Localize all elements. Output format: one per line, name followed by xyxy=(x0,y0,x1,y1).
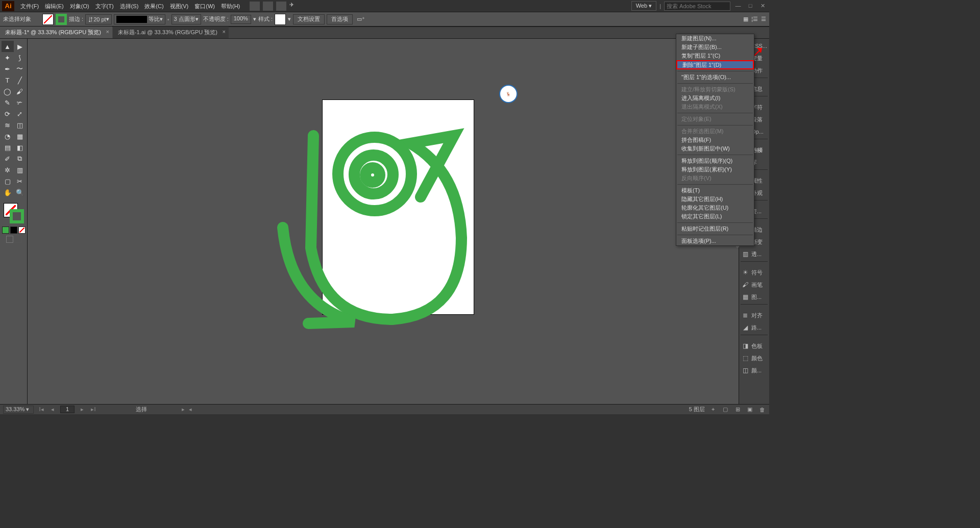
lasso-tool[interactable]: ⟆ xyxy=(14,52,26,63)
menu-item-19[interactable]: 粘贴时记住图层(R) xyxy=(676,224,754,233)
prev-artboard-button[interactable]: ◂ xyxy=(49,406,56,413)
document-tab-1[interactable]: 未标题-1.ai @ 33.33% (RGB/GPU 预览)× xyxy=(113,27,229,38)
vw-profile[interactable]: 等比 ▾ xyxy=(114,14,165,24)
dock-panel-路[interactable]: ◢路... xyxy=(739,321,769,334)
line-tool[interactable]: ╱ xyxy=(14,74,26,86)
menu-item-8[interactable]: 帮助(H) xyxy=(218,1,243,12)
opacity-field[interactable]: 100% xyxy=(231,15,251,24)
eyedropper-tool[interactable]: ✐ xyxy=(2,153,14,164)
stroke-weight-field[interactable]: ⮃ 20 pt ▾ xyxy=(85,14,111,24)
menu-item-1[interactable]: 编辑(E) xyxy=(42,1,67,12)
width-tool[interactable]: ≋ xyxy=(2,119,14,131)
document-tab-0[interactable]: 未标题-1* @ 33.33% (RGB/GPU 预览)× xyxy=(0,27,112,38)
none-mode-icon[interactable] xyxy=(18,227,26,234)
menu-item-6[interactable]: 进入隔离模式(I) xyxy=(676,94,754,103)
search-stock-input[interactable]: 搜索 Adobe Stock xyxy=(664,2,730,11)
zoom-field[interactable]: 33.33% ▾ xyxy=(3,406,34,414)
panel-menu-icon[interactable]: ☰ xyxy=(761,16,766,22)
selection-tool[interactable]: ▲ xyxy=(2,41,14,52)
artboard-tool[interactable]: ▢ xyxy=(2,175,14,187)
gradient-mode-icon[interactable] xyxy=(10,227,17,234)
pen-tool[interactable]: ✒ xyxy=(2,63,14,74)
dock-panel-颜[interactable]: ◫颜... xyxy=(739,364,769,376)
menu-item-13[interactable]: 释放到图层(累积)(Y) xyxy=(676,165,754,174)
perspective-tool[interactable]: ▦ xyxy=(14,131,26,142)
style-swatch[interactable] xyxy=(275,14,286,25)
stock-icon[interactable] xyxy=(263,2,273,11)
doc-setup-button[interactable]: 文档设置 xyxy=(293,14,325,24)
delete-layer-icon[interactable]: 🗑 xyxy=(758,406,766,414)
dock-panel-画笔[interactable]: 🖌画笔 xyxy=(739,279,769,291)
menu-item-20[interactable]: 面板选项(P)... xyxy=(676,237,754,245)
menu-item-4[interactable]: "图层 1"的选项(O)... xyxy=(676,73,754,82)
menu-item-2[interactable]: 复制"图层 1"(C) xyxy=(676,52,754,60)
menu-item-7[interactable]: 窗口(W) xyxy=(191,1,218,12)
close-tab-icon[interactable]: × xyxy=(223,29,226,35)
curvature-tool[interactable]: 〜 xyxy=(14,63,26,74)
menu-item-6[interactable]: 视图(V) xyxy=(167,1,192,12)
menu-item-0[interactable]: 新建图层(N)... xyxy=(676,34,754,43)
gradient-tool[interactable]: ◧ xyxy=(14,142,26,153)
ellipse-tool[interactable]: ◯ xyxy=(2,86,14,97)
align-panel-icon[interactable]: ¦☰ xyxy=(751,16,758,22)
transform-panel-icon[interactable]: ▦ xyxy=(743,16,748,22)
fill-swatch[interactable] xyxy=(42,14,54,25)
magic-wand-tool[interactable]: ✦ xyxy=(2,52,14,63)
rotate-tool[interactable]: ⟳ xyxy=(2,108,14,119)
menu-item-12[interactable]: 释放到图层(顺序)(Q) xyxy=(676,157,754,165)
shaper-tool[interactable]: ✎ xyxy=(2,97,14,108)
menu-item-10[interactable]: 拼合图稿(F) xyxy=(676,136,754,144)
next-artboard-button[interactable]: ▸ xyxy=(79,406,86,413)
artboard-number-field[interactable]: 1 xyxy=(60,406,75,413)
menu-item-15[interactable]: 模板(T) xyxy=(676,186,754,195)
menu-item-3[interactable]: 删除"图层 1"(D) xyxy=(676,60,754,69)
zoom-tool[interactable]: 🔍 xyxy=(14,187,26,198)
menu-item-3[interactable]: 文字(T) xyxy=(92,1,117,12)
menu-item-18[interactable]: 锁定其它图层(L) xyxy=(676,212,754,221)
shape-builder-tool[interactable]: ◔ xyxy=(2,131,14,142)
dock-panel-符号[interactable]: ☀符号 xyxy=(739,266,769,279)
screen-mode-full-icon[interactable] xyxy=(14,236,21,243)
dock-panel-颜色[interactable]: ⬚颜色 xyxy=(739,352,769,364)
preferences-button[interactable]: 首选项 xyxy=(327,14,353,24)
stroke-swatch[interactable] xyxy=(56,14,67,25)
close-tab-icon[interactable]: × xyxy=(106,29,109,35)
dock-panel-色板[interactable]: ◨色板 xyxy=(739,340,769,352)
stroke-color-icon[interactable] xyxy=(10,209,24,223)
last-artboard-button[interactable]: ▸I xyxy=(90,406,97,413)
maximize-button[interactable]: □ xyxy=(746,3,755,10)
gpu-icon[interactable]: ✈ xyxy=(289,2,300,11)
brush-def[interactable]: 3 点圆形 ▾ xyxy=(172,14,201,24)
canvas[interactable]: 🦌 xyxy=(28,39,739,404)
arrange-icon[interactable] xyxy=(276,2,286,11)
screen-mode-normal-icon[interactable] xyxy=(6,236,13,243)
dock-panel-图[interactable]: ▦图... xyxy=(739,291,769,303)
menu-item-11[interactable]: 收集到新图层中(W) xyxy=(676,144,754,153)
locate-layer-icon[interactable]: ⌖ xyxy=(709,406,717,414)
direct-selection-tool[interactable]: ▶ xyxy=(14,41,26,52)
slice-tool[interactable]: ✂ xyxy=(14,175,26,187)
close-button[interactable]: ✕ xyxy=(758,3,767,10)
menu-item-16[interactable]: 隐藏其它图层(H) xyxy=(676,195,754,204)
menu-item-17[interactable]: 轮廓化其它图层(U) xyxy=(676,204,754,212)
menu-item-0[interactable]: 文件(F) xyxy=(17,1,42,12)
align-icon[interactable]: ▭⁺ xyxy=(357,16,365,22)
minimize-button[interactable]: ― xyxy=(733,3,743,10)
first-artboard-button[interactable]: I◂ xyxy=(38,406,45,413)
eraser-tool[interactable]: ✃ xyxy=(14,97,26,108)
bridge-icon[interactable] xyxy=(250,2,260,11)
mesh-tool[interactable]: ▤ xyxy=(2,142,14,153)
menu-item-5[interactable]: 效果(C) xyxy=(141,1,166,12)
brush-tool[interactable]: 🖌 xyxy=(14,86,26,97)
make-clip-icon[interactable]: ▢ xyxy=(721,406,729,414)
blend-tool[interactable]: ⧉ xyxy=(14,153,26,164)
graph-tool[interactable]: ▥ xyxy=(14,164,26,175)
menu-item-2[interactable]: 对象(O) xyxy=(67,1,92,12)
menu-item-4[interactable]: 选择(S) xyxy=(117,1,142,12)
scale-tool[interactable]: ⤢ xyxy=(14,108,26,119)
menu-item-1[interactable]: 新建子图层(B)... xyxy=(676,43,754,52)
symbol-sprayer-tool[interactable]: ✲ xyxy=(2,164,14,175)
type-tool[interactable]: T xyxy=(2,74,14,86)
hand-tool[interactable]: ✋ xyxy=(2,187,14,198)
color-mode-icon[interactable] xyxy=(2,227,9,234)
